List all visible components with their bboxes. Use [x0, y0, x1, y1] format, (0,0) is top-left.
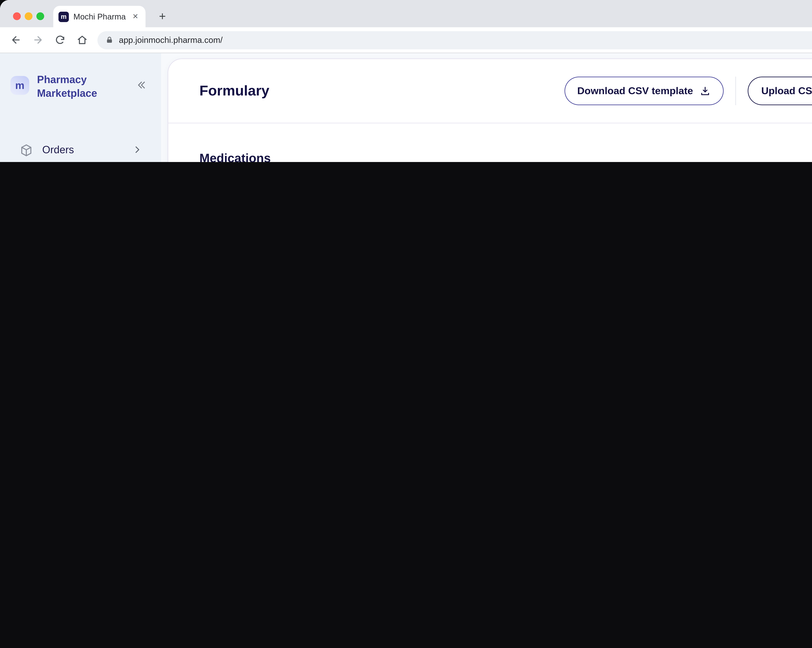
- browser-window: m Mochi Pharma ✕ + app.joinmochi.pharma.…: [0, 0, 812, 162]
- window-minimize-button[interactable]: [25, 12, 32, 20]
- card-header: Formulary Download CSV template Upload C…: [168, 59, 812, 124]
- address-bar[interactable]: app.joinmochi.pharma.com/: [98, 31, 812, 49]
- forward-icon[interactable]: [29, 31, 47, 49]
- new-tab-button[interactable]: +: [155, 8, 170, 24]
- download-icon: [700, 85, 711, 96]
- lock-icon: [105, 36, 114, 44]
- browser-toolbar: app.joinmochi.pharma.com/: [0, 27, 812, 53]
- download-csv-template-button[interactable]: Download CSV template: [564, 76, 723, 105]
- formulary-card: Formulary Download CSV template Upload C…: [168, 58, 812, 162]
- browser-tab[interactable]: m Mochi Pharma ✕: [53, 6, 145, 27]
- home-icon[interactable]: [73, 31, 91, 49]
- site-favicon: m: [58, 11, 69, 22]
- upload-csv-label: Upload CSV: [761, 85, 812, 97]
- brand-name: Pharmacy Marketplace: [37, 73, 115, 100]
- window-zoom-button[interactable]: [37, 12, 44, 20]
- url-text: app.joinmochi.pharma.com/: [119, 35, 812, 45]
- sidebar-item-label: Orders: [42, 144, 74, 156]
- app-root: m Pharmacy Marketplace Orders: [0, 53, 812, 162]
- brand: m Pharmacy Marketplace: [11, 73, 151, 100]
- card-body: Medications Medication: [168, 151, 812, 162]
- medications-section-title: Medications: [200, 151, 812, 162]
- page-title: Formulary: [200, 82, 564, 99]
- window-close-button[interactable]: [13, 12, 21, 20]
- sidebar: m Pharmacy Marketplace Orders: [0, 53, 161, 162]
- back-icon[interactable]: [6, 31, 25, 49]
- tab-strip: m Mochi Pharma ✕ +: [0, 0, 812, 27]
- download-csv-label: Download CSV template: [577, 85, 693, 97]
- brand-logo: m: [11, 76, 29, 95]
- sidebar-item-orders[interactable]: Orders: [11, 135, 151, 162]
- sidebar-nav: Orders Billing Formulary: [11, 135, 151, 162]
- package-icon: [20, 143, 33, 157]
- reload-icon[interactable]: [51, 31, 69, 49]
- upload-csv-button[interactable]: Upload CSV: [748, 76, 812, 105]
- chevron-right-icon: [132, 144, 143, 155]
- tab-close-icon[interactable]: ✕: [130, 11, 140, 22]
- tab-title: Mochi Pharma: [73, 12, 126, 21]
- main-area: Formulary Download CSV template Upload C…: [161, 53, 812, 162]
- header-divider: [735, 76, 736, 105]
- sidebar-collapse-icon[interactable]: [135, 79, 147, 91]
